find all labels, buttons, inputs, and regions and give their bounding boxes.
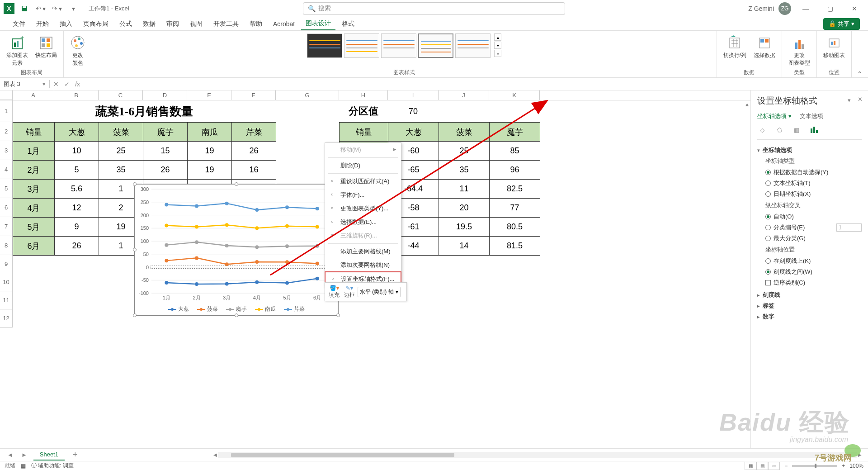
row-header-1[interactable]: 1: [0, 100, 13, 122]
col-header-A[interactable]: A: [13, 90, 54, 100]
ribbon-collapse-button[interactable]: ⌃: [852, 31, 868, 77]
radio-date-axis[interactable]: 日期坐标轴(X): [757, 189, 862, 199]
tab-page-layout[interactable]: 页面布局: [79, 18, 113, 30]
legend-item[interactable]: 芹菜: [284, 305, 305, 313]
view-normal[interactable]: ▦: [745, 462, 756, 470]
col-header-H[interactable]: H: [339, 90, 388, 100]
zoom-in[interactable]: +: [842, 463, 845, 469]
undo-button[interactable]: ↶ ▾: [34, 2, 47, 15]
search-box[interactable]: 🔍 搜索: [303, 2, 565, 15]
section-number[interactable]: 数字: [757, 313, 862, 321]
col-header-F[interactable]: F: [231, 90, 276, 100]
legend-item[interactable]: 大葱: [168, 305, 189, 313]
select-data-button[interactable]: 选择数据: [752, 33, 777, 60]
account-name[interactable]: Z Gemini: [748, 5, 774, 12]
check-reverse-categories[interactable]: 逆序类别(C): [757, 277, 862, 288]
chart-style-4[interactable]: [418, 33, 453, 58]
chart-legend[interactable]: 大葱菠菜魔芋南瓜芹菜: [135, 305, 338, 313]
tab-chart-design[interactable]: 图表设计: [301, 18, 335, 30]
row-header-5[interactable]: 5: [0, 179, 13, 198]
radio-cross-auto[interactable]: 自动(O): [757, 211, 862, 222]
fx-icon[interactable]: fx: [75, 81, 80, 88]
row-header-10[interactable]: 10: [0, 273, 13, 291]
legend-item[interactable]: 南瓜: [255, 305, 276, 313]
radio-cross-max-category[interactable]: 最大分类(G): [757, 233, 862, 244]
chart-style-3[interactable]: [381, 33, 416, 58]
maximize-button[interactable]: ▢: [820, 0, 840, 17]
context-item-8[interactable]: 添加次要网格线(N): [325, 258, 401, 272]
context-item-5[interactable]: ▫选择数据(E)...: [325, 215, 401, 229]
col-header-D[interactable]: D: [143, 90, 187, 100]
account-avatar[interactable]: ZG: [778, 2, 791, 15]
qat-customize[interactable]: ▾: [67, 2, 80, 15]
mini-outline-button[interactable]: ✎▾边框: [342, 284, 357, 300]
tab-developer[interactable]: 开发工具: [209, 18, 243, 30]
col-header-K[interactable]: K: [489, 90, 540, 100]
save-button[interactable]: [18, 2, 31, 15]
section-axis-options[interactable]: 坐标轴选项: [757, 146, 862, 154]
horizontal-scrollbar[interactable]: ◄►: [212, 451, 863, 458]
view-page-layout[interactable]: ▤: [756, 462, 768, 470]
close-window-button[interactable]: ✕: [844, 0, 864, 17]
context-item-2[interactable]: ▫重设以匹配样式(A): [325, 175, 401, 188]
row-header-9[interactable]: 9: [0, 255, 13, 273]
pane-tab-text-options[interactable]: 文本选项: [800, 112, 823, 120]
share-button[interactable]: 🔓 共享 ▾: [823, 18, 860, 30]
context-item-7[interactable]: 添加主要网格线(M): [325, 245, 401, 258]
row-header-8[interactable]: 8: [0, 236, 13, 255]
chart-plot-area[interactable]: -100-500501001502002503001月2月3月4月5月6月: [151, 189, 333, 298]
row-header-4[interactable]: 4: [0, 160, 13, 179]
radio-text-axis[interactable]: 文本坐标轴(T): [757, 178, 862, 189]
col-header-G[interactable]: G: [276, 90, 339, 100]
section-labels[interactable]: 标签: [757, 302, 862, 310]
tab-review[interactable]: 审阅: [162, 18, 184, 30]
radio-cross-category-number[interactable]: 分类编号(E): [757, 222, 862, 233]
cancel-formula[interactable]: ✕: [53, 81, 59, 88]
category-number-field[interactable]: [836, 223, 862, 232]
zoom-out[interactable]: −: [784, 463, 788, 469]
change-chart-type-button[interactable]: 更改 图表类型: [787, 33, 812, 68]
name-box[interactable]: 图表 3▾: [0, 80, 50, 88]
pane-icon-fill[interactable]: ◇: [757, 125, 767, 135]
add-chart-element-button[interactable]: + 添加图表 元素: [5, 33, 30, 68]
column-headers[interactable]: ABCDEFGHIJK: [0, 90, 750, 100]
row-header-7[interactable]: 7: [0, 217, 13, 236]
tab-formulas[interactable]: 公式: [115, 18, 137, 30]
tab-home[interactable]: 开始: [32, 18, 53, 30]
chart-style-2[interactable]: [344, 33, 379, 58]
legend-item[interactable]: 菠菜: [197, 305, 218, 313]
radio-auto-by-data[interactable]: 根据数据自动选择(Y): [757, 167, 862, 178]
row-header-11[interactable]: 11: [0, 291, 13, 309]
confirm-formula[interactable]: ✓: [64, 81, 70, 88]
col-header-E[interactable]: E: [187, 90, 231, 100]
tab-acrobat[interactable]: Acrobat: [269, 19, 299, 29]
mini-fill-button[interactable]: 🪣▾填充: [327, 284, 341, 300]
pane-tab-axis-options[interactable]: 坐标轴选项 ▾: [757, 112, 792, 120]
tab-data[interactable]: 数据: [138, 18, 160, 30]
mini-element-dropdown[interactable]: 水平 (类别) 轴▾: [358, 287, 401, 297]
tab-help[interactable]: 帮助: [245, 18, 267, 30]
move-chart-button[interactable]: 移动图表: [821, 33, 847, 60]
pane-icon-size[interactable]: ▥: [792, 125, 802, 135]
status-accessibility[interactable]: ⓘ 辅助功能: 调查: [31, 462, 74, 470]
row-header-12[interactable]: 12: [0, 309, 13, 328]
section-tick-marks[interactable]: 刻度线: [757, 291, 862, 299]
radio-on-tick[interactable]: 在刻度线上(K): [757, 256, 862, 266]
vscroll-up[interactable]: ▴: [743, 100, 750, 108]
quick-layout-button[interactable]: 快速布局: [33, 33, 59, 60]
context-item-1[interactable]: 删除(D): [325, 159, 401, 172]
tab-insert[interactable]: 插入: [55, 18, 77, 30]
worksheet[interactable]: ABCDEFGHIJK 123456789101112 蔬菜1-6月销售数量 分…: [0, 90, 750, 448]
pane-icon-effects[interactable]: ⬠: [774, 125, 784, 135]
cells-area[interactable]: 蔬菜1-6月销售数量 分区值 70 销量大葱菠菜魔芋南瓜芹菜1月10251519…: [13, 100, 750, 328]
col-header-B[interactable]: B: [54, 90, 99, 100]
sheet-nav-prev[interactable]: ◄: [5, 451, 15, 458]
pane-options-dropdown[interactable]: ▾: [848, 97, 851, 104]
context-item-3[interactable]: ▫字体(F)...: [325, 188, 401, 202]
sheet-tab-active[interactable]: Sheet1: [33, 449, 65, 461]
select-all-cell[interactable]: [0, 90, 13, 100]
change-colors-button[interactable]: 更改 颜色: [68, 33, 87, 68]
row-header-6[interactable]: 6: [0, 198, 13, 217]
sheet-nav-next[interactable]: ►: [19, 451, 29, 458]
zoom-level[interactable]: 100%: [849, 463, 863, 469]
